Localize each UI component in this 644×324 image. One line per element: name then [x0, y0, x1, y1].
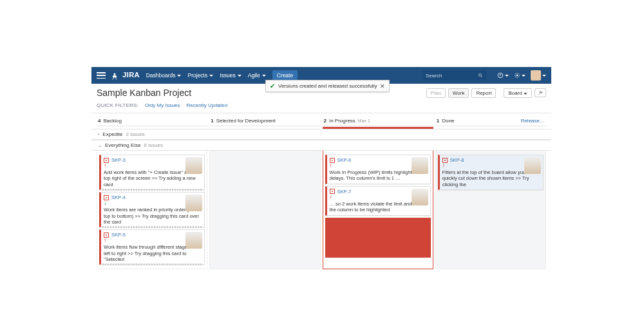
- issue-key[interactable]: SKP-4: [111, 195, 126, 200]
- priority-icon: ↓: [104, 200, 107, 206]
- board-menu-button[interactable]: Board: [504, 88, 532, 98]
- swimlane-everything-else[interactable]: ⌄ Everything Else 8 issues: [91, 140, 551, 151]
- issue-key[interactable]: SKP-5: [111, 232, 126, 238]
- nav-agile[interactable]: Agile: [248, 72, 266, 79]
- issue-key[interactable]: SKP-3: [111, 157, 126, 163]
- release-link[interactable]: Release…: [521, 118, 545, 124]
- issuetype-icon: [104, 233, 109, 238]
- svg-line-13: [518, 73, 519, 74]
- svg-line-10: [515, 73, 516, 74]
- create-button[interactable]: Create: [272, 70, 298, 81]
- check-icon: ✔: [270, 82, 275, 90]
- plan-button[interactable]: Plan: [426, 88, 446, 98]
- nav-projects[interactable]: Projects: [187, 72, 213, 79]
- svg-point-1: [478, 73, 481, 76]
- column-in-progress: 2In ProgressMax 1: [323, 116, 433, 126]
- chevron-down-icon: ⌄: [98, 143, 102, 148]
- svg-line-11: [518, 77, 519, 77]
- work-button[interactable]: Work: [448, 88, 469, 98]
- help-icon[interactable]: ?: [497, 72, 509, 79]
- tools-icon: [538, 90, 543, 95]
- column-backlog: 4Backlog: [97, 116, 207, 126]
- issue-card[interactable]: SKP-4 ↓ Work items are ranked in priorit…: [99, 192, 205, 227]
- drop-zone[interactable]: [212, 154, 317, 238]
- column-headers: 4Backlog 1Selected for Development 2In P…: [91, 113, 551, 129]
- close-icon[interactable]: ✕: [380, 83, 385, 90]
- issue-key[interactable]: SKP-7: [337, 189, 352, 195]
- cell-done[interactable]: SKP-8 ↑ Filters at the top of the board …: [435, 151, 546, 269]
- svg-point-0: [114, 73, 116, 75]
- issue-card[interactable]: SKP-8 ↑ Filters at the top of the board …: [438, 155, 544, 190]
- issuetype-icon: [330, 189, 335, 194]
- issue-card[interactable]: SKP-3 ↑ Add work items with "+ Create Is…: [99, 155, 205, 190]
- priority-icon: ↑: [330, 194, 333, 200]
- column-done: 1DoneRelease…: [435, 116, 546, 126]
- issuetype-icon: [104, 195, 109, 200]
- page-title: Sample Kanban Project: [97, 88, 191, 98]
- assignee-avatar[interactable]: [412, 189, 428, 205]
- logo[interactable]: JIRA: [111, 71, 140, 79]
- toast-text: Versions created and released successful…: [278, 83, 377, 89]
- search-input[interactable]: [422, 70, 487, 81]
- issuetype-icon: [330, 158, 335, 163]
- issue-card[interactable]: SKP-5 ↑ Work items flow through differen…: [99, 229, 205, 265]
- issuetype-icon: [104, 158, 109, 163]
- swimlane-row: SKP-3 ↑ Add work items with "+ Create Is…: [91, 151, 551, 269]
- cell-in-progress[interactable]: SKP-6 ↑ Work In Progress (WIP) limits hi…: [323, 151, 433, 269]
- menu-icon[interactable]: [97, 71, 106, 80]
- svg-text:?: ?: [500, 73, 502, 77]
- search-icon[interactable]: [478, 73, 483, 78]
- nav-issues[interactable]: Issues: [220, 72, 242, 79]
- report-button[interactable]: Report: [471, 88, 496, 98]
- issuetype-icon: [442, 158, 448, 163]
- success-toast: ✔ Versions created and released successf…: [265, 80, 390, 92]
- assignee-avatar[interactable]: [185, 157, 202, 174]
- assignee-avatar[interactable]: [412, 157, 428, 174]
- issue-key[interactable]: SKP-6: [337, 157, 352, 163]
- settings-icon[interactable]: [514, 72, 526, 79]
- user-avatar[interactable]: [531, 70, 546, 81]
- nav-dashboards[interactable]: Dashboards: [146, 72, 182, 79]
- filter-only-my-issues[interactable]: Only My Issues: [145, 102, 180, 108]
- assignee-avatar[interactable]: [185, 232, 202, 249]
- swimlane-expedite[interactable]: › Expedite 2 issues: [91, 129, 551, 140]
- quick-filters: QUICK FILTERS: Only My Issues Recently U…: [91, 100, 551, 113]
- issue-card[interactable]: SKP-6 ↑ Work In Progress (WIP) limits hi…: [325, 155, 431, 184]
- cell-backlog[interactable]: SKP-3 ↑ Add work items with "+ Create Is…: [97, 151, 207, 269]
- board-tools-button[interactable]: [535, 88, 546, 97]
- assignee-avatar[interactable]: [185, 195, 202, 211]
- issue-key[interactable]: SKP-8: [450, 157, 464, 163]
- filter-recently-updated[interactable]: Recently Updated: [187, 102, 228, 108]
- column-selected: 1Selected for Development: [209, 116, 320, 126]
- priority-icon: ↑: [104, 237, 107, 243]
- chevron-right-icon: ›: [98, 132, 99, 137]
- issue-card[interactable]: SKP-7 ↑ … so 2 work items violate the li…: [325, 186, 431, 216]
- priority-icon: ↑: [442, 162, 446, 169]
- priority-icon: ↑: [330, 162, 333, 169]
- cell-selected[interactable]: [209, 151, 320, 269]
- jira-logo-icon: [111, 72, 118, 80]
- assignee-avatar[interactable]: [524, 157, 541, 174]
- quick-filters-label: QUICK FILTERS:: [97, 102, 138, 108]
- priority-icon: ↑: [104, 162, 107, 169]
- svg-line-12: [515, 77, 516, 77]
- wip-violation-fill: [325, 218, 431, 258]
- svg-line-2: [481, 76, 482, 77]
- svg-point-5: [516, 75, 518, 77]
